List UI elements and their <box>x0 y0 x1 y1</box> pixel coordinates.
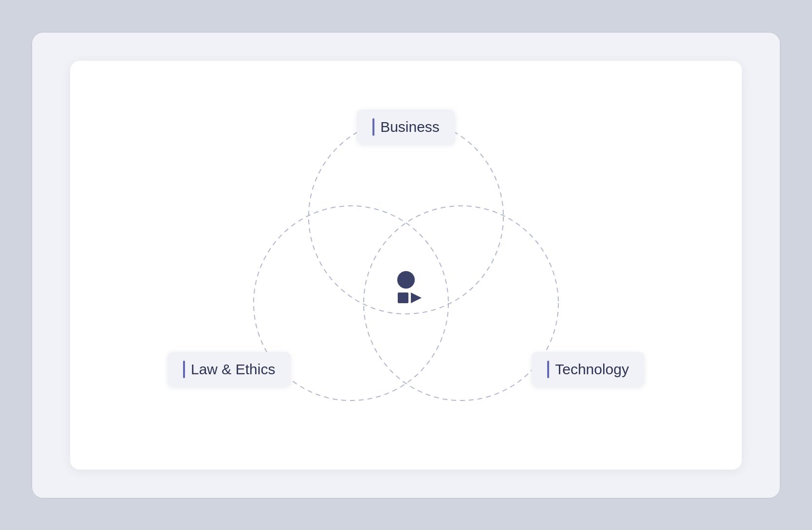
screen-frame: Business Law & Ethics Technology <box>31 32 781 499</box>
technology-label: Technology <box>555 361 629 378</box>
venn-diagram: Business Law & Ethics Technology <box>187 95 625 436</box>
business-accent-bar <box>372 118 374 136</box>
svg-rect-4 <box>398 292 408 303</box>
technology-accent-bar <box>547 361 549 378</box>
law-accent-bar <box>183 361 185 378</box>
business-label-box: Business <box>357 110 455 145</box>
svg-point-2 <box>364 206 558 401</box>
law-ethics-label-box: Law & Ethics <box>167 352 291 387</box>
law-ethics-label: Law & Ethics <box>191 361 275 378</box>
svg-point-3 <box>397 271 415 289</box>
business-label: Business <box>380 119 440 135</box>
svg-marker-5 <box>411 292 422 303</box>
technology-label-box: Technology <box>532 352 645 387</box>
main-card: Business Law & Ethics Technology <box>70 61 742 470</box>
